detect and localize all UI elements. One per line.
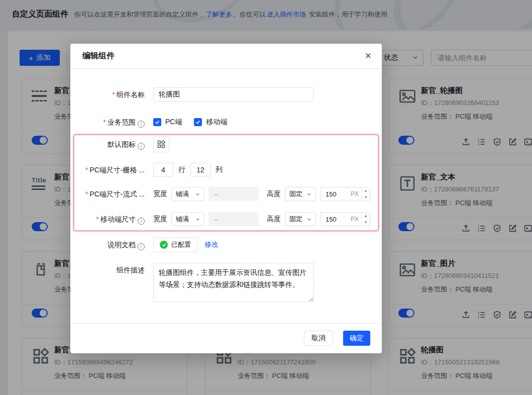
modal-title: 编辑组件 [82,51,115,61]
confirm-button[interactable]: 确定 [343,331,370,346]
info-icon: i [138,143,145,150]
required-asterisk: * [85,166,88,174]
chevron-down-icon [307,190,311,198]
flow-width-mode-select[interactable]: 铺满 [171,187,204,201]
mobile-width-mode-select[interactable]: 铺满 [171,212,204,226]
component-desc-textarea[interactable]: 轮播图组件，主要用于展示资讯信息、宣传图片等场景；支持动态数据源和链接跳转等事件… [153,263,314,302]
field-label-desc: 组件描述 [70,263,145,277]
field-label-icon: 默认图标i [70,137,145,151]
grid-rows-input[interactable] [153,163,173,177]
chevron-down-icon [307,216,311,223]
required-asterisk: * [103,118,106,126]
pc-checkbox[interactable]: PC端 [153,118,182,127]
check-circle-icon [160,241,168,249]
step-down-icon: ▼ [362,194,370,201]
close-icon[interactable]: ✕ [365,52,372,60]
doc-modify-link[interactable]: 修改 [204,240,219,249]
component-name-input[interactable] [153,87,314,102]
required-asterisk: * [96,215,99,223]
checkbox-check-icon [194,118,202,126]
cols-unit-label: 列 [216,165,223,174]
default-icon-picker[interactable] [153,136,169,152]
grid-cols-input[interactable] [190,163,210,177]
height-label: 高度 [267,215,281,224]
field-label-doc: 说明文档i [70,238,145,252]
width-label: 宽度 [153,215,167,224]
field-label-scope: *业务范围i [70,115,145,129]
cancel-button[interactable]: 取消 [304,331,333,346]
field-label-grid-size: *PC端尺寸-栅格 ... [70,163,145,177]
step-down-icon: ▼ [362,219,370,226]
width-label: 宽度 [153,189,167,199]
mobile-width-value-input [208,212,259,226]
flow-height-mode-select[interactable]: 固定 [285,187,316,201]
stepper-arrows[interactable]: ▲▼ [361,213,370,226]
field-label-mobile-size: *移动端尺寸i [70,212,145,226]
flow-width-value-input [208,187,259,201]
divider [70,323,382,324]
doc-configured-button[interactable]: 已配置 [153,237,197,252]
mobile-height-mode-select[interactable]: 固定 [285,212,316,226]
mobile-height-value-stepper[interactable]: 150 PX ▲▼ [320,212,370,226]
info-icon: i [138,218,145,225]
flow-height-value-stepper[interactable]: 150 PX ▲▼ [320,187,370,201]
chevron-down-icon [195,190,200,198]
component-grid-icon [157,140,166,149]
required-asterisk: * [113,90,115,98]
info-icon: i [138,121,145,128]
stepper-arrows[interactable]: ▲▼ [361,187,370,201]
chevron-down-icon [195,216,200,223]
step-up-icon: ▲ [362,213,370,219]
required-asterisk: * [85,190,88,198]
info-icon: i [138,243,145,250]
field-label-flow-size: *PC端尺寸-流式 ... [70,187,145,201]
checkbox-check-icon [153,118,161,126]
step-up-icon: ▲ [362,187,370,194]
field-label-name: *组件名称 [70,87,145,102]
rows-unit-label: 行 [178,165,185,174]
edit-component-modal: 编辑组件 ✕ *组件名称 *业务范围i PC端 移动端 默认图标i [70,44,382,353]
height-label: 高度 [267,189,281,199]
mobile-checkbox[interactable]: 移动端 [194,118,227,127]
